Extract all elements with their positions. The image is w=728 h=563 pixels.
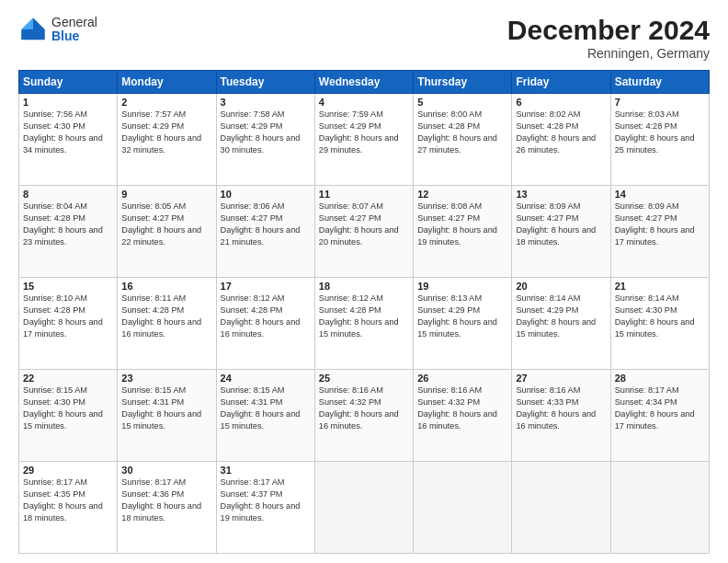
- day-number: 5: [417, 97, 507, 108]
- day-content: Sunrise: 8:16 AM Sunset: 4:32 PM Dayligh…: [417, 385, 507, 432]
- calendar-cell: 18Sunrise: 8:12 AM Sunset: 4:28 PM Dayli…: [314, 278, 413, 370]
- day-content: Sunrise: 8:04 AM Sunset: 4:28 PM Dayligh…: [23, 201, 113, 248]
- day-number: 2: [121, 97, 211, 108]
- calendar-cell: 19Sunrise: 8:13 AM Sunset: 4:29 PM Dayli…: [414, 278, 512, 370]
- title-block: December 2024 Renningen, Germany: [507, 15, 710, 61]
- calendar-cell: 2Sunrise: 7:57 AM Sunset: 4:29 PM Daylig…: [118, 94, 216, 186]
- calendar-cell: 26Sunrise: 8:16 AM Sunset: 4:32 PM Dayli…: [414, 370, 512, 462]
- day-content: Sunrise: 8:00 AM Sunset: 4:28 PM Dayligh…: [417, 109, 507, 156]
- calendar-cell: [314, 462, 413, 554]
- day-number: 29: [23, 465, 113, 476]
- calendar-cell: 16Sunrise: 8:11 AM Sunset: 4:28 PM Dayli…: [118, 278, 216, 370]
- day-number: 19: [417, 281, 507, 292]
- day-content: Sunrise: 8:06 AM Sunset: 4:27 PM Dayligh…: [221, 201, 311, 248]
- page: General Blue December 2024 Renningen, Ge…: [0, 0, 728, 563]
- day-content: Sunrise: 8:16 AM Sunset: 4:33 PM Dayligh…: [516, 385, 606, 432]
- calendar-week-2: 8Sunrise: 8:04 AM Sunset: 4:28 PM Daylig…: [19, 186, 710, 278]
- logo-text: General Blue: [51, 16, 97, 44]
- day-number: 17: [221, 281, 311, 292]
- calendar-week-5: 29Sunrise: 8:17 AM Sunset: 4:35 PM Dayli…: [19, 462, 710, 554]
- day-content: Sunrise: 8:09 AM Sunset: 4:27 PM Dayligh…: [615, 201, 705, 248]
- calendar-cell: [610, 462, 709, 554]
- day-number: 30: [121, 465, 211, 476]
- day-number: 24: [221, 373, 311, 384]
- month-title: December 2024: [507, 15, 710, 46]
- day-content: Sunrise: 7:58 AM Sunset: 4:29 PM Dayligh…: [221, 109, 311, 156]
- day-number: 23: [121, 373, 211, 384]
- svg-marker-1: [21, 17, 33, 29]
- day-number: 27: [516, 373, 606, 384]
- day-number: 14: [615, 189, 705, 200]
- calendar-cell: 22Sunrise: 8:15 AM Sunset: 4:30 PM Dayli…: [19, 370, 118, 462]
- day-content: Sunrise: 8:14 AM Sunset: 4:29 PM Dayligh…: [516, 293, 606, 340]
- calendar-cell: 28Sunrise: 8:17 AM Sunset: 4:34 PM Dayli…: [610, 370, 709, 462]
- col-header-saturday: Saturday: [610, 71, 709, 94]
- day-content: Sunrise: 8:12 AM Sunset: 4:28 PM Dayligh…: [319, 293, 409, 340]
- col-header-friday: Friday: [512, 71, 610, 94]
- day-number: 12: [417, 189, 507, 200]
- day-content: Sunrise: 8:17 AM Sunset: 4:35 PM Dayligh…: [23, 477, 113, 524]
- calendar-cell: 15Sunrise: 8:10 AM Sunset: 4:28 PM Dayli…: [19, 278, 118, 370]
- day-content: Sunrise: 8:02 AM Sunset: 4:28 PM Dayligh…: [516, 109, 606, 156]
- day-content: Sunrise: 8:17 AM Sunset: 4:34 PM Dayligh…: [615, 385, 705, 432]
- day-content: Sunrise: 8:07 AM Sunset: 4:27 PM Dayligh…: [319, 201, 409, 248]
- day-number: 26: [417, 373, 507, 384]
- calendar-cell: 25Sunrise: 8:16 AM Sunset: 4:32 PM Dayli…: [314, 370, 413, 462]
- day-content: Sunrise: 8:15 AM Sunset: 4:31 PM Dayligh…: [121, 385, 211, 432]
- day-content: Sunrise: 8:08 AM Sunset: 4:27 PM Dayligh…: [417, 201, 507, 248]
- day-number: 3: [221, 97, 311, 108]
- calendar-cell: 20Sunrise: 8:14 AM Sunset: 4:29 PM Dayli…: [512, 278, 610, 370]
- day-content: Sunrise: 8:17 AM Sunset: 4:36 PM Dayligh…: [121, 477, 211, 524]
- calendar-cell: 29Sunrise: 8:17 AM Sunset: 4:35 PM Dayli…: [19, 462, 118, 554]
- svg-marker-0: [33, 17, 45, 29]
- location: Renningen, Germany: [507, 46, 710, 61]
- col-header-monday: Monday: [118, 71, 216, 94]
- day-number: 11: [319, 189, 409, 200]
- day-number: 10: [221, 189, 311, 200]
- day-number: 13: [516, 189, 606, 200]
- calendar-week-1: 1Sunrise: 7:56 AM Sunset: 4:30 PM Daylig…: [19, 94, 710, 186]
- day-number: 9: [121, 189, 211, 200]
- calendar-cell: 31Sunrise: 8:17 AM Sunset: 4:37 PM Dayli…: [216, 462, 314, 554]
- calendar-cell: 23Sunrise: 8:15 AM Sunset: 4:31 PM Dayli…: [118, 370, 216, 462]
- calendar-cell: 5Sunrise: 8:00 AM Sunset: 4:28 PM Daylig…: [414, 94, 512, 186]
- calendar-cell: 9Sunrise: 8:05 AM Sunset: 4:27 PM Daylig…: [118, 186, 216, 278]
- day-content: Sunrise: 8:10 AM Sunset: 4:28 PM Dayligh…: [23, 293, 113, 340]
- calendar-cell: 21Sunrise: 8:14 AM Sunset: 4:30 PM Dayli…: [610, 278, 709, 370]
- day-content: Sunrise: 8:17 AM Sunset: 4:37 PM Dayligh…: [221, 477, 311, 524]
- calendar-cell: 11Sunrise: 8:07 AM Sunset: 4:27 PM Dayli…: [314, 186, 413, 278]
- calendar-cell: 17Sunrise: 8:12 AM Sunset: 4:28 PM Dayli…: [216, 278, 314, 370]
- day-content: Sunrise: 8:14 AM Sunset: 4:30 PM Dayligh…: [615, 293, 705, 340]
- day-number: 28: [615, 373, 705, 384]
- calendar-cell: 13Sunrise: 8:09 AM Sunset: 4:27 PM Dayli…: [512, 186, 610, 278]
- day-content: Sunrise: 7:57 AM Sunset: 4:29 PM Dayligh…: [121, 109, 211, 156]
- col-header-tuesday: Tuesday: [216, 71, 314, 94]
- calendar-cell: 4Sunrise: 7:59 AM Sunset: 4:29 PM Daylig…: [314, 94, 413, 186]
- calendar-cell: 10Sunrise: 8:06 AM Sunset: 4:27 PM Dayli…: [216, 186, 314, 278]
- calendar-cell: 8Sunrise: 8:04 AM Sunset: 4:28 PM Daylig…: [19, 186, 118, 278]
- calendar-cell: 14Sunrise: 8:09 AM Sunset: 4:27 PM Dayli…: [610, 186, 709, 278]
- day-number: 20: [516, 281, 606, 292]
- logo-general-text: General: [51, 16, 97, 29]
- col-header-sunday: Sunday: [19, 71, 118, 94]
- logo: General Blue: [18, 15, 97, 44]
- day-content: Sunrise: 8:15 AM Sunset: 4:30 PM Dayligh…: [23, 385, 113, 432]
- day-number: 8: [23, 189, 113, 200]
- col-header-thursday: Thursday: [414, 71, 512, 94]
- calendar-cell: 3Sunrise: 7:58 AM Sunset: 4:29 PM Daylig…: [216, 94, 314, 186]
- day-content: Sunrise: 8:09 AM Sunset: 4:27 PM Dayligh…: [516, 201, 606, 248]
- logo-icon: [18, 15, 48, 44]
- calendar-cell: 27Sunrise: 8:16 AM Sunset: 4:33 PM Dayli…: [512, 370, 610, 462]
- day-content: Sunrise: 8:15 AM Sunset: 4:31 PM Dayligh…: [221, 385, 311, 432]
- header: General Blue December 2024 Renningen, Ge…: [18, 15, 710, 61]
- day-content: Sunrise: 8:03 AM Sunset: 4:28 PM Dayligh…: [615, 109, 705, 156]
- calendar-cell: 7Sunrise: 8:03 AM Sunset: 4:28 PM Daylig…: [610, 94, 709, 186]
- day-content: Sunrise: 7:59 AM Sunset: 4:29 PM Dayligh…: [319, 109, 409, 156]
- day-content: Sunrise: 8:05 AM Sunset: 4:27 PM Dayligh…: [121, 201, 211, 248]
- calendar-cell: [414, 462, 512, 554]
- day-content: Sunrise: 8:12 AM Sunset: 4:28 PM Dayligh…: [221, 293, 311, 340]
- day-number: 31: [221, 465, 311, 476]
- day-number: 6: [516, 97, 606, 108]
- day-number: 1: [23, 97, 113, 108]
- day-number: 4: [319, 97, 409, 108]
